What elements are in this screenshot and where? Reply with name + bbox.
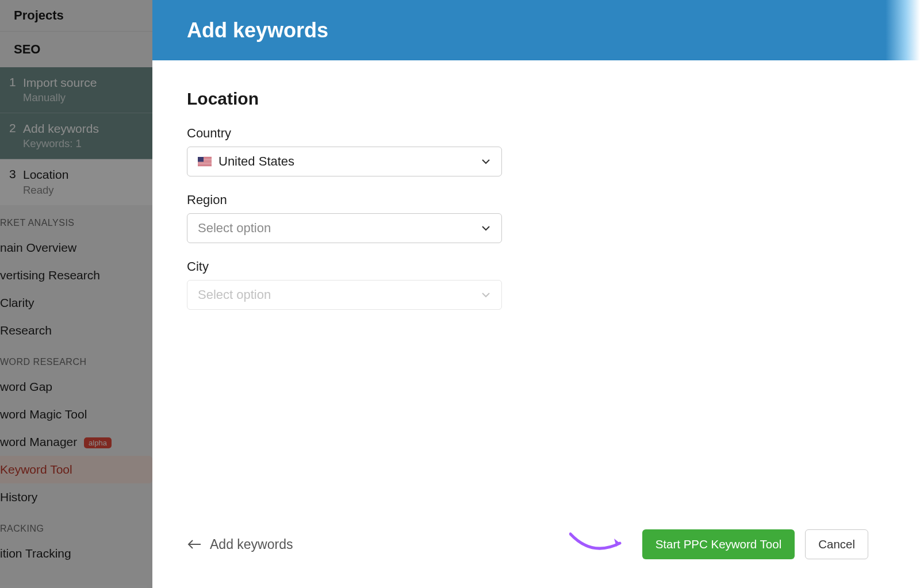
step-number: 2 <box>6 121 23 135</box>
alpha-badge: alpha <box>84 437 112 448</box>
annotation-arrow-icon <box>569 528 627 554</box>
country-label: Country <box>187 126 868 141</box>
modal-title: Add keywords <box>187 18 328 43</box>
chevron-down-icon <box>481 156 491 167</box>
start-ppc-button[interactable]: Start PPC Keyword Tool <box>642 529 795 559</box>
nav-position-tracking[interactable]: ition Tracking <box>0 540 152 567</box>
seo-heading: SEO <box>0 32 152 67</box>
step-number: 1 <box>6 75 23 89</box>
header-fade <box>885 0 920 60</box>
step-title: Location <box>23 167 68 182</box>
svg-rect-7 <box>198 157 204 162</box>
nav-keyword-gap[interactable]: word Gap <box>0 373 152 401</box>
svg-rect-6 <box>198 165 212 166</box>
section-tracking: RACKING <box>0 511 152 540</box>
step-subtitle: Ready <box>23 183 68 197</box>
nav-keyword-manager-label: word Manager <box>0 435 77 448</box>
projects-link[interactable]: Projects <box>0 0 152 32</box>
back-button[interactable]: Add keywords <box>187 537 293 552</box>
country-value: United States <box>218 154 294 169</box>
nav-history[interactable]: History <box>0 483 152 511</box>
city-label: City <box>187 259 868 274</box>
section-keyword-research: WORD RESEARCH <box>0 344 152 373</box>
step-subtitle: Keywords: 1 <box>23 137 99 151</box>
modal-header: Add keywords <box>152 0 903 60</box>
arrow-left-icon <box>187 539 202 550</box>
svg-rect-5 <box>198 163 212 164</box>
region-label: Region <box>187 193 868 207</box>
back-label: Add keywords <box>210 537 293 552</box>
modal-body: Location Country United States Re <box>152 60 903 310</box>
region-placeholder: Select option <box>198 221 271 236</box>
nav-ppc-keyword-tool[interactable]: Keyword Tool <box>0 456 152 483</box>
chevron-down-icon <box>481 223 491 233</box>
svg-rect-4 <box>198 162 212 163</box>
country-select[interactable]: United States <box>187 147 502 176</box>
city-placeholder: Select option <box>198 287 271 302</box>
field-country: Country United States <box>187 126 868 176</box>
nav-keyword-magic[interactable]: word Magic Tool <box>0 401 152 428</box>
step-title: Import source <box>23 75 97 90</box>
section-heading-location: Location <box>187 89 868 109</box>
nav-advertising-research[interactable]: vertising Research <box>0 262 152 289</box>
nav-research[interactable]: Research <box>0 317 152 344</box>
region-select[interactable]: Select option <box>187 213 502 243</box>
step-number: 3 <box>6 167 23 181</box>
section-market-analysis: RKET ANALYSIS <box>0 205 152 234</box>
us-flag-icon <box>198 157 212 166</box>
step-title: Add keywords <box>23 121 99 136</box>
nav-keyword-manager[interactable]: word Manager alpha <box>0 428 152 456</box>
field-region: Region Select option <box>187 193 868 243</box>
city-select: Select option <box>187 280 502 310</box>
wizard-step-keywords[interactable]: 2 Add keywords Keywords: 1 <box>0 113 152 159</box>
step-subtitle: Manually <box>23 91 97 105</box>
nav-clarity[interactable]: Clarity <box>0 289 152 317</box>
nav-domain-overview[interactable]: nain Overview <box>0 234 152 262</box>
modal-footer: Add keywords Start PPC Keyword Tool Canc… <box>187 529 868 559</box>
chevron-down-icon <box>481 290 491 300</box>
cancel-button[interactable]: Cancel <box>805 529 868 559</box>
sidebar: Projects SEO 1 Import source Manually 2 … <box>0 0 152 588</box>
modal-panel: Add keywords Location Country United Sta… <box>152 0 903 588</box>
wizard-step-location[interactable]: 3 Location Ready <box>0 159 152 205</box>
wizard-step-import[interactable]: 1 Import source Manually <box>0 67 152 113</box>
field-city: City Select option <box>187 259 868 310</box>
